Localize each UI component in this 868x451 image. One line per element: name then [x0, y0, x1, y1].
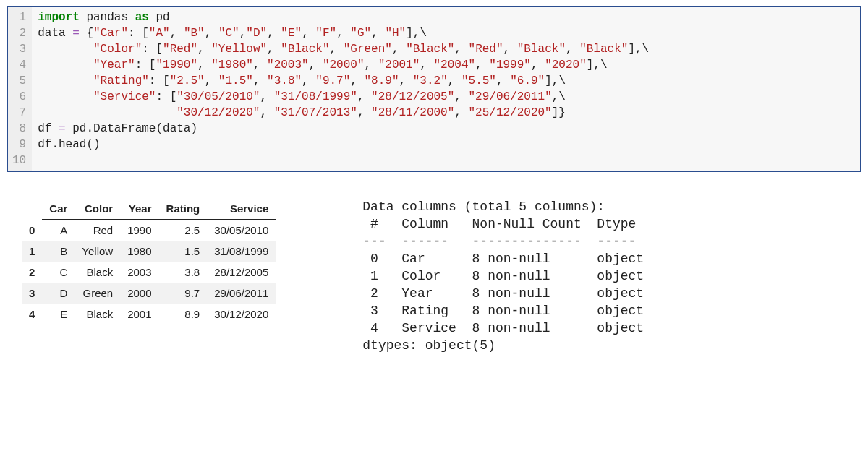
table-cell: Green	[75, 283, 120, 304]
line-number: 10	[12, 153, 26, 168]
table-header: Rating	[159, 198, 208, 220]
code-line: "Year": ["1990", "1980", "2003", "2000",…	[38, 57, 649, 73]
line-number: 7	[12, 105, 26, 121]
table-row: 1BYellow19801.531/08/1999	[22, 241, 276, 262]
table-cell: D	[42, 283, 75, 304]
line-number: 2	[12, 25, 26, 41]
dataframe-info-output: Data columns (total 5 columns): # Column…	[362, 198, 644, 354]
table-cell: 29/06/2011	[207, 283, 276, 304]
table-cell: Black	[75, 304, 120, 325]
table-cell: Red	[75, 220, 120, 241]
line-number: 3	[12, 41, 26, 57]
code-editor[interactable]: import pandas as pddata = {"Car": ["A", …	[32, 7, 655, 171]
table-row: 2CBlack20033.828/12/2005	[22, 262, 276, 283]
table-header: Service	[207, 198, 276, 220]
table-header: Year	[120, 198, 158, 220]
table-row: 4EBlack20018.930/12/2020	[22, 304, 276, 325]
line-number: 6	[12, 89, 26, 105]
line-number: 9	[12, 137, 26, 153]
table-cell: B	[42, 241, 75, 262]
line-number-gutter: 12345678910	[8, 7, 32, 171]
table-cell: 30/12/2020	[207, 304, 276, 325]
table-header: Color	[75, 198, 120, 220]
line-number: 8	[12, 121, 26, 137]
table-cell: 30/05/2010	[207, 220, 276, 241]
table-cell: 3.8	[159, 262, 208, 283]
table-row: 3DGreen20009.729/06/2011	[22, 283, 276, 304]
table-cell: Black	[75, 262, 120, 283]
table-cell: 9.7	[159, 283, 208, 304]
table-cell: Yellow	[75, 241, 120, 262]
table-cell: 1980	[120, 241, 158, 262]
output-row: CarColorYearRatingService 0ARed19902.530…	[7, 198, 861, 354]
table-cell: 31/08/1999	[207, 241, 276, 262]
code-line: "30/12/2020", "31/07/2013", "28/11/2000"…	[38, 105, 649, 121]
code-line: df = pd.DataFrame(data)	[38, 121, 649, 137]
table-cell: 1	[22, 241, 42, 262]
table-header: Car	[42, 198, 75, 220]
table-cell: 1.5	[159, 241, 208, 262]
table-cell: 8.9	[159, 304, 208, 325]
code-line: "Rating": ["2.5", "1.5", "3.8", "9.7", "…	[38, 73, 649, 89]
code-line: "Service": ["30/05/2010", "31/08/1999", …	[38, 89, 649, 105]
code-line: import pandas as pd	[38, 9, 649, 25]
line-number: 5	[12, 73, 26, 89]
line-number: 1	[12, 9, 26, 25]
table-cell: 2001	[120, 304, 158, 325]
code-cell[interactable]: 12345678910 import pandas as pddata = {"…	[7, 6, 861, 172]
table-cell: 2.5	[159, 220, 208, 241]
table-cell: A	[42, 220, 75, 241]
code-line: df.head()	[38, 137, 649, 153]
table-cell: 4	[22, 304, 42, 325]
dataframe-head-table: CarColorYearRatingService 0ARed19902.530…	[22, 198, 276, 325]
table-row: 0ARed19902.530/05/2010	[22, 220, 276, 241]
code-line: "Color": ["Red", "Yellow", "Black", "Gre…	[38, 41, 649, 57]
table-cell: 28/12/2005	[207, 262, 276, 283]
table-cell: 2	[22, 262, 42, 283]
line-number: 4	[12, 57, 26, 73]
table-header	[22, 198, 42, 220]
table-cell: 2003	[120, 262, 158, 283]
table-cell: E	[42, 304, 75, 325]
code-line: data = {"Car": ["A", "B", "C","D", "E", …	[38, 25, 649, 41]
table-cell: C	[42, 262, 75, 283]
table-cell: 3	[22, 283, 42, 304]
table-cell: 2000	[120, 283, 158, 304]
table-cell: 0	[22, 220, 42, 241]
table-cell: 1990	[120, 220, 158, 241]
